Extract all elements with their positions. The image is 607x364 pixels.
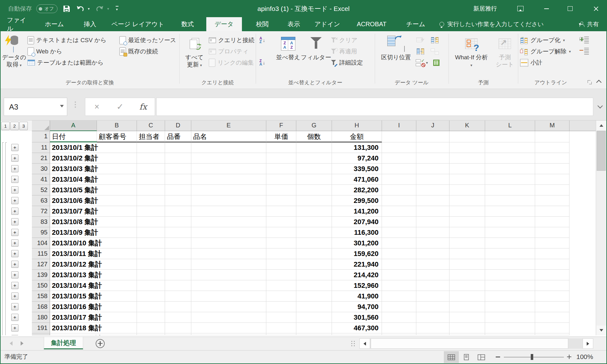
cell-subtotal-label[interactable]: 2013/10/14 集計: [50, 280, 137, 291]
cell[interactable]: [165, 164, 191, 174]
cell[interactable]: [485, 164, 535, 174]
cell[interactable]: [416, 153, 449, 164]
cell[interactable]: [266, 142, 296, 153]
select-all-corner[interactable]: [32, 121, 50, 131]
row-header[interactable]: 115: [32, 248, 50, 259]
cell-subtotal-label[interactable]: 2013/10/10 集計: [50, 238, 137, 248]
column-header-d[interactable]: D: [165, 121, 191, 131]
cell[interactable]: [165, 312, 191, 323]
filter-button[interactable]: フィルター: [302, 34, 330, 61]
tab-file[interactable]: ファイル: [7, 17, 32, 31]
cell-amount[interactable]: 41,900: [332, 291, 382, 302]
cancel-entry-icon[interactable]: ×: [85, 102, 108, 112]
cell-subtotal-label[interactable]: 2013/10/3 集計: [50, 164, 137, 174]
cell[interactable]: [535, 291, 569, 302]
cell[interactable]: [535, 248, 569, 259]
expand-group-button[interactable]: +: [11, 324, 18, 332]
cell-subtotal-label[interactable]: 2013/10/9 集計: [50, 227, 137, 238]
cell[interactable]: [382, 164, 416, 174]
name-box-dropdown-icon[interactable]: [60, 105, 64, 109]
cell[interactable]: [535, 153, 569, 164]
cell[interactable]: [296, 238, 332, 248]
cell[interactable]: [535, 238, 569, 248]
cell[interactable]: [266, 248, 296, 259]
cell[interactable]: [266, 291, 296, 302]
cell[interactable]: [191, 238, 266, 248]
cell[interactable]: [416, 164, 449, 174]
cell[interactable]: [382, 131, 416, 142]
cell[interactable]: [485, 153, 535, 164]
cell[interactable]: [165, 270, 191, 280]
cell[interactable]: [165, 174, 191, 185]
cell[interactable]: [191, 259, 266, 270]
cell[interactable]: [416, 217, 449, 227]
cell-subtotal-label[interactable]: 2013/10/2 集計: [50, 153, 137, 164]
cell-header-item-no[interactable]: 品番: [165, 131, 191, 142]
cell[interactable]: [191, 333, 266, 335]
cell[interactable]: [266, 206, 296, 217]
cell-reference-input[interactable]: [8, 98, 53, 116]
column-header-a[interactable]: A: [50, 121, 97, 131]
normal-view-button[interactable]: [444, 351, 459, 363]
row-header[interactable]: 41: [32, 174, 50, 185]
tab-scroll-split-handle[interactable]: [354, 341, 355, 342]
expand-group-button[interactable]: +: [11, 250, 18, 257]
vertical-scrollbar[interactable]: [596, 121, 606, 335]
cell-amount[interactable]: 221,940: [332, 259, 382, 270]
tab-acrobat[interactable]: ACROBAT: [350, 17, 393, 31]
row-header[interactable]: 30: [32, 164, 50, 174]
column-header-g[interactable]: G: [296, 121, 332, 131]
cell[interactable]: [266, 333, 296, 335]
cell[interactable]: [382, 227, 416, 238]
cell[interactable]: [137, 174, 165, 185]
cell[interactable]: [535, 164, 569, 174]
from-text-csv-button[interactable]: テキストまたは CSV から: [28, 35, 107, 45]
cell[interactable]: [535, 174, 569, 185]
row-header[interactable]: 11: [32, 142, 50, 153]
zoom-out-button[interactable]: [496, 357, 500, 357]
formula-text-input[interactable]: [157, 98, 594, 116]
row-header[interactable]: 21: [32, 153, 50, 164]
cell-amount[interactable]: 97,240: [332, 153, 382, 164]
queries-connections-button[interactable]: クエリと接続: [209, 35, 254, 45]
cell[interactable]: [191, 280, 266, 291]
page-break-preview-button[interactable]: [474, 351, 489, 363]
cell[interactable]: [165, 185, 191, 195]
cell[interactable]: [165, 227, 191, 238]
row-header[interactable]: 150: [32, 280, 50, 291]
cell[interactable]: [449, 153, 485, 164]
row-header[interactable]: 63: [32, 195, 50, 206]
cell[interactable]: [137, 153, 165, 164]
cell[interactable]: [535, 280, 569, 291]
cell[interactable]: [296, 217, 332, 227]
cell[interactable]: [416, 291, 449, 302]
get-data-button[interactable]: データの取得: [2, 34, 26, 69]
cell[interactable]: [416, 312, 449, 323]
cell[interactable]: [296, 291, 332, 302]
page-layout-view-button[interactable]: [459, 351, 474, 363]
cell-amount[interactable]: 301,560: [332, 312, 382, 323]
expand-group-button[interactable]: +: [11, 314, 18, 321]
cell-subtotal-label[interactable]: 2013/10/16 集計: [50, 302, 137, 312]
cell[interactable]: [449, 270, 485, 280]
expand-group-button[interactable]: +: [11, 303, 18, 310]
cell[interactable]: [416, 302, 449, 312]
cell[interactable]: [382, 153, 416, 164]
cell[interactable]: [416, 248, 449, 259]
cell[interactable]: [266, 312, 296, 323]
from-web-button[interactable]: Web から: [28, 46, 62, 57]
cell[interactable]: [382, 238, 416, 248]
cell[interactable]: [137, 185, 165, 195]
cell[interactable]: [535, 270, 569, 280]
cell[interactable]: [165, 291, 191, 302]
row-header[interactable]: 127: [32, 259, 50, 270]
cell-subtotal-label[interactable]: 2013/10/13 集計: [50, 270, 137, 280]
cell[interactable]: [296, 153, 332, 164]
cell[interactable]: [485, 291, 535, 302]
cell[interactable]: [165, 195, 191, 206]
cell[interactable]: [416, 185, 449, 195]
sort-button[interactable]: 並べ替え: [274, 34, 302, 61]
cell[interactable]: [382, 185, 416, 195]
row-header[interactable]: 168: [32, 302, 50, 312]
outline-level-3-button[interactable]: 3: [19, 122, 28, 130]
